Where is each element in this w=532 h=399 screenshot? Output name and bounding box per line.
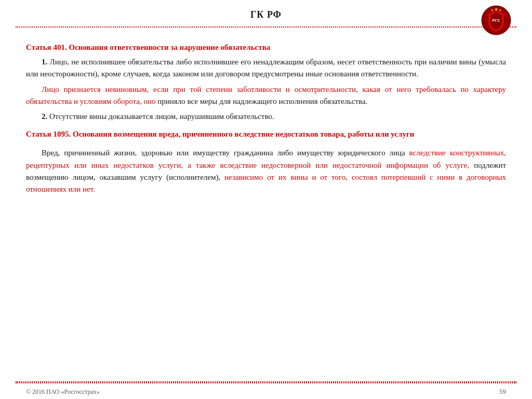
article-401-paragraph-2: Лицо признается невиновным, если при той… [26,84,506,108]
copyright-text: © 2016 ПАО «Росгосстрах» [26,388,100,396]
header: ГК РФ РГС [0,0,532,26]
page-title: ГК РФ [250,9,282,20]
article-401-title: Статья 401. Основания ответственности за… [26,43,506,52]
article-1095-paragraph-1: Вред, причиненный жизни, здоровью или им… [26,147,506,195]
article-401-paragraph-3: 2. Отсутствие вины доказывается лицом, н… [26,111,506,123]
main-content: Статья 401. Основания ответственности за… [0,28,532,381]
page: ГК РФ РГС [0,0,532,399]
svg-point-3 [495,8,497,10]
rossgosstrakh-logo-icon: РГС [481,5,511,35]
article-1095-title: Статья 1095. Основания возмещения вреда,… [26,130,506,139]
logo-area: РГС [481,5,511,37]
svg-point-4 [491,9,493,11]
page-number: 59 [499,388,506,396]
svg-point-5 [499,9,501,11]
footer: © 2016 ПАО «Росгосстрах» 59 [16,382,516,399]
svg-text:РГС: РГС [493,18,500,23]
article-401-paragraph-1: 1. Лицо, не исполнившее обязательства ли… [26,56,506,81]
